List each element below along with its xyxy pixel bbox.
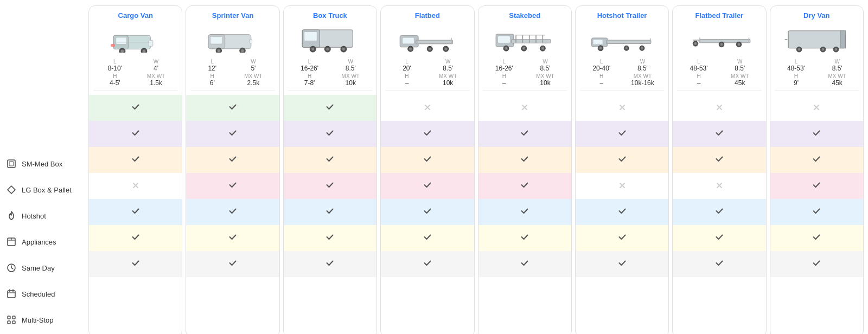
spec-value: 2.5k: [234, 79, 273, 87]
vehicle-col-stakebed: Stakebed L16-26'W8.5'H–MX WT10k: [478, 5, 572, 334]
vehicle-specs: L16-26'W8.5'H–MX WT10k: [483, 59, 567, 91]
check-icon: [423, 180, 432, 192]
vehicle-col-box-truck: Box Truck L16-26'W8.5'H7-8'MX WT10k: [283, 5, 377, 334]
svg-rect-45: [417, 38, 418, 44]
svg-point-18: [120, 50, 123, 53]
spec-label: L: [193, 59, 232, 65]
svg-rect-23: [111, 44, 114, 47]
svg-rect-11: [12, 316, 15, 319]
svg-rect-81: [699, 39, 750, 42]
spec-label: H: [387, 73, 426, 79]
sidebar-item-sm-med-box[interactable]: SM-Med Box: [0, 151, 84, 177]
spec-label: H: [193, 73, 232, 79]
check-icon: [714, 232, 724, 244]
spec-value: 1.5k: [137, 79, 176, 87]
check-icon: [423, 128, 432, 140]
check-icon: [714, 258, 724, 270]
spec-value: 45k: [818, 79, 857, 87]
clock-icon: [5, 262, 17, 274]
cell-row-2: [478, 147, 571, 173]
hotshot-trailer-image: [580, 23, 664, 55]
cell-row-6: [284, 251, 376, 277]
svg-rect-0: [8, 160, 15, 168]
spec-label: L: [485, 59, 524, 65]
sidebar-item-label: SM-Med Box: [22, 160, 62, 168]
cell-row-4: [478, 199, 571, 225]
svg-point-87: [738, 43, 741, 46]
cell-row-1: [186, 121, 279, 147]
cell-row-5: [576, 225, 668, 251]
spec-value: 16-26': [485, 65, 524, 72]
spec-value: 48-53': [777, 65, 816, 72]
check-icon: [325, 232, 335, 244]
cell-row-4: [576, 199, 668, 225]
spec-value: –: [387, 79, 426, 87]
check-icon: [617, 128, 627, 140]
sidebar-item-multi-stop[interactable]: Multi-Stop: [0, 307, 84, 333]
svg-rect-10: [8, 316, 10, 319]
svg-point-20: [142, 50, 145, 53]
sidebar-item-scheduled[interactable]: Scheduled: [0, 281, 84, 307]
sidebar-item-hotshot[interactable]: Hotshot: [0, 203, 84, 229]
sidebar-item-label: Appliances: [22, 238, 56, 246]
spec-label: W: [137, 59, 176, 65]
cell-row-2: [89, 147, 182, 173]
cell-row-3: [576, 173, 668, 199]
cell-row-4: [673, 199, 765, 225]
check-icon: [131, 258, 141, 270]
cell-row-6: [89, 251, 182, 277]
svg-point-65: [522, 47, 525, 50]
spec-label: H: [582, 73, 621, 79]
spec-value: 8.5': [429, 65, 468, 72]
cell-row-0: [478, 95, 571, 121]
spec-label: H: [95, 73, 135, 79]
flatbed-image: [385, 23, 469, 55]
flame-icon: [5, 210, 17, 222]
sidebar-item-same-day[interactable]: Same Day: [0, 255, 84, 281]
cell-row-5: [284, 225, 376, 251]
check-icon: [812, 180, 821, 192]
sidebar-item-label: Multi-Stop: [22, 316, 54, 324]
spec-value: –: [679, 79, 718, 87]
spec-label: L: [582, 59, 621, 65]
check-icon: [812, 206, 821, 218]
cell-row-3: [284, 173, 376, 199]
spec-label: MX WT: [137, 73, 176, 79]
svg-point-67: [541, 47, 544, 50]
cell-row-0: [186, 95, 279, 121]
cell-row-0: [89, 95, 182, 121]
check-icon: [325, 102, 335, 114]
vehicle-header: Sprinter Van L12'W5'H6'MX WT2.5k: [186, 6, 279, 95]
calendar-icon: [5, 288, 17, 300]
check-icon: [423, 206, 432, 218]
svg-rect-1: [9, 162, 14, 166]
sidebar-item-lg-box-pallet[interactable]: LG Box & Pallet: [0, 177, 84, 203]
sidebar: SM-Med Box LG Box & Pallet Hotshot: [0, 5, 84, 334]
check-icon: [423, 154, 432, 166]
svg-rect-69: [593, 39, 603, 44]
cell-row-6: [478, 251, 571, 277]
spec-value: 10k-16k: [623, 79, 662, 87]
cell-row-2: [284, 147, 376, 173]
svg-rect-16: [116, 37, 126, 44]
svg-point-76: [626, 47, 628, 49]
svg-rect-72: [650, 38, 651, 44]
spec-value: –: [582, 79, 621, 87]
cell-row-3: [673, 173, 765, 199]
spec-label: W: [234, 59, 273, 65]
check-icon: [325, 154, 335, 166]
vehicle-specs: L48-53'W8.5'H–MX WT45k: [677, 59, 761, 91]
x-icon: [618, 181, 627, 191]
cell-row-0: [576, 95, 668, 121]
check-icon: [131, 206, 141, 218]
cell-row-6: [576, 251, 668, 277]
sidebar-item-appliances[interactable]: Appliances: [0, 229, 84, 255]
vehicle-header: Hotshot Trailer L20-40'W8.5'H–MX WT10k-1…: [576, 6, 668, 95]
vehicle-specs: L16-26'W8.5'H7-8'MX WT10k: [288, 59, 372, 91]
cell-row-4: [381, 199, 474, 225]
cell-row-1: [381, 121, 474, 147]
check-icon: [228, 206, 238, 218]
vehicle-col-sprinter-van: Sprinter Van L12'W5'H6'MX WT2.5k: [186, 5, 279, 334]
check-icon: [520, 180, 529, 192]
spec-value: 4': [137, 65, 176, 72]
